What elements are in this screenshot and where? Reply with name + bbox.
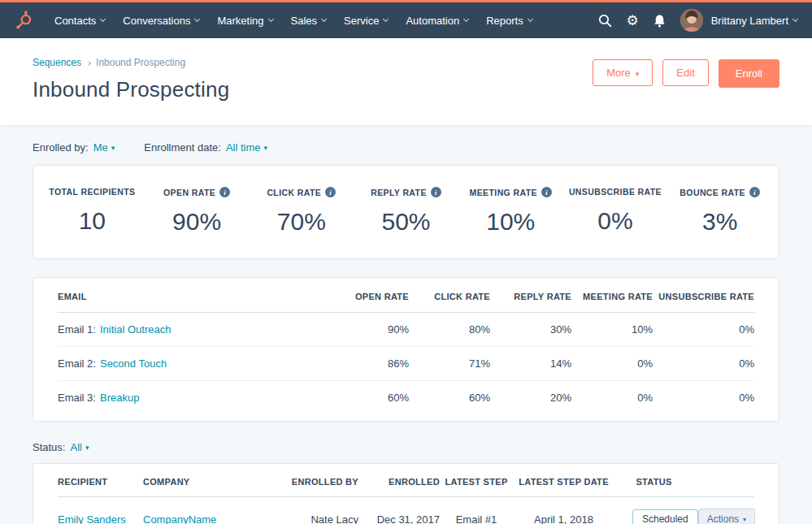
- status-filter-label: Status:: [33, 441, 65, 453]
- latest-step-cell: Email #1: [440, 513, 513, 524]
- nav-item-sales[interactable]: Sales: [282, 2, 336, 38]
- settings-gear-icon[interactable]: ⚙: [626, 14, 638, 28]
- caret-down-icon: ▾: [85, 444, 89, 452]
- stat-label: TOTAL RECIPIENTS: [40, 187, 145, 197]
- enrolled-by-label: Enrolled by:: [33, 141, 89, 154]
- stat-label: MEETING RATEi: [458, 187, 563, 197]
- info-icon[interactable]: i: [431, 187, 441, 197]
- stat-meeting-rate: MEETING RATEi 10%: [458, 187, 563, 236]
- nav-item-marketing[interactable]: Marketing: [208, 2, 281, 38]
- stat-value: 3%: [667, 208, 772, 236]
- stat-reply-rate: REPLY RATEi 50%: [354, 187, 458, 236]
- enrolled-by-value: Me: [93, 141, 108, 154]
- column-header-status: STATUS: [614, 477, 754, 487]
- email-link[interactable]: Initial Outreach: [100, 323, 171, 336]
- notifications-bell-icon[interactable]: [652, 13, 667, 28]
- chevron-down-icon: [528, 16, 533, 22]
- chevron-down-icon: [321, 16, 327, 22]
- click-rate-cell: 80%: [409, 323, 490, 336]
- email-name-cell: Email 1:Initial Outreach: [58, 323, 328, 336]
- nav-item-label: Reports: [486, 15, 523, 27]
- user-avatar[interactable]: [680, 9, 703, 32]
- reply-rate-cell: 14%: [490, 357, 571, 370]
- email-name-cell: Email 3:Breakup: [58, 392, 328, 404]
- search-icon[interactable]: [597, 13, 613, 28]
- stat-value: 0%: [563, 207, 668, 235]
- chevron-down-icon: [792, 16, 798, 22]
- recipients-table-header: RECIPIENT COMPANY ENROLLED BY ENROLLED L…: [58, 467, 754, 497]
- email-table-header: EMAIL OPEN RATE CLICK RATE REPLY RATE ME…: [58, 281, 754, 313]
- enrolled-by-filter: Enrolled by: Me▾: [33, 141, 115, 154]
- nav-item-label: Contacts: [54, 15, 96, 27]
- user-name-label: Brittany Lambert: [711, 15, 788, 27]
- unsubscribe-rate-cell: 0%: [653, 323, 754, 336]
- info-icon[interactable]: i: [541, 187, 552, 197]
- nav-item-label: Sales: [291, 15, 318, 27]
- edit-button[interactable]: Edit: [662, 59, 708, 86]
- breadcrumb-current: Inbound Prospecting: [96, 57, 185, 68]
- recipient-cell: Emily Sanders: [58, 513, 143, 524]
- column-header-reply-rate: REPLY RATE: [490, 292, 571, 301]
- click-rate-cell: 71%: [409, 357, 490, 370]
- email-ordinal: Email 1:: [58, 323, 96, 336]
- status-filter: Status: All▾: [33, 441, 89, 453]
- stat-open-rate: OPEN RATEi 90%: [145, 187, 250, 236]
- column-header-latest-step: LATEST STEP: [440, 477, 513, 487]
- stat-bounce-rate: BOUNCE RATEi 3%: [667, 187, 772, 236]
- email-link[interactable]: Second Touch: [100, 357, 167, 370]
- company-link[interactable]: CompanyName: [143, 513, 216, 524]
- nav-utilities: ⚙ Brittany Lambert: [597, 9, 797, 32]
- chevron-down-icon: [100, 16, 106, 22]
- enrolled-cell: Dec 31, 2017: [358, 513, 440, 524]
- page-header: SequencesInbound Prospecting Inbound Pro…: [0, 38, 812, 125]
- column-header-company: COMPANY: [143, 477, 273, 487]
- caret-down-icon: ▾: [636, 70, 640, 78]
- nav-item-label: Conversations: [123, 15, 190, 27]
- enrollment-date-value: All time: [226, 141, 261, 154]
- email-table-row: Email 3:Breakup 60% 60% 20% 0% 0%: [58, 381, 754, 414]
- nav-item-service[interactable]: Service: [335, 2, 397, 38]
- column-header-email: EMAIL: [58, 292, 328, 301]
- caret-down-icon: ▾: [743, 516, 746, 523]
- info-icon[interactable]: i: [749, 187, 760, 197]
- status-filter-value: All: [70, 441, 81, 453]
- email-link[interactable]: Breakup: [100, 392, 139, 404]
- chevron-down-icon: [383, 16, 389, 22]
- enrollment-date-dropdown[interactable]: All time▾: [226, 141, 267, 154]
- email-table-row: Email 1:Initial Outreach 90% 80% 30% 10%…: [58, 313, 754, 347]
- stat-value: 90%: [145, 208, 250, 236]
- recipient-link[interactable]: Emily Sanders: [58, 513, 126, 524]
- enroll-button[interactable]: Enroll: [719, 59, 779, 88]
- nav-item-automation[interactable]: Automation: [397, 2, 477, 38]
- click-rate-cell: 60%: [409, 392, 490, 404]
- stat-label: BOUNCE RATEi: [667, 187, 772, 197]
- breadcrumb-sequences-link[interactable]: Sequences: [33, 57, 81, 68]
- info-icon[interactable]: i: [219, 187, 230, 197]
- column-header-recipient: RECIPIENT: [58, 477, 143, 487]
- actions-button[interactable]: Actions▾: [698, 509, 755, 524]
- status-badge: Scheduled: [632, 509, 698, 524]
- meeting-rate-cell: 10%: [571, 323, 653, 336]
- open-rate-cell: 90%: [328, 323, 409, 336]
- column-header-enrolled-by: ENROLLED BY: [273, 477, 358, 487]
- info-icon[interactable]: i: [325, 187, 336, 197]
- status-dropdown[interactable]: All▾: [70, 441, 89, 453]
- user-menu[interactable]: Brittany Lambert: [711, 15, 797, 27]
- enrollment-date-filter: Enrollment date: All time▾: [144, 141, 267, 154]
- stat-value: 10: [40, 207, 145, 235]
- more-button[interactable]: More▾: [593, 59, 653, 86]
- latest-step-date-cell: April 1, 2018: [513, 513, 614, 524]
- nav-item-reports[interactable]: Reports: [477, 2, 541, 38]
- nav-item-contacts[interactable]: Contacts: [46, 2, 114, 38]
- nav-item-conversations[interactable]: Conversations: [114, 2, 208, 38]
- more-button-label: More: [606, 67, 631, 79]
- nav-item-label: Service: [344, 15, 379, 27]
- unsubscribe-rate-cell: 0%: [653, 357, 754, 370]
- column-header-click-rate: CLICK RATE: [409, 292, 490, 301]
- enrolled-by-dropdown[interactable]: Me▾: [93, 141, 115, 154]
- open-rate-cell: 60%: [328, 392, 409, 404]
- hubspot-logo[interactable]: [15, 11, 34, 30]
- stat-value: 70%: [249, 208, 354, 236]
- caret-down-icon: ▾: [264, 144, 268, 152]
- column-header-latest-step-date: LATEST STEP DATE: [513, 477, 614, 487]
